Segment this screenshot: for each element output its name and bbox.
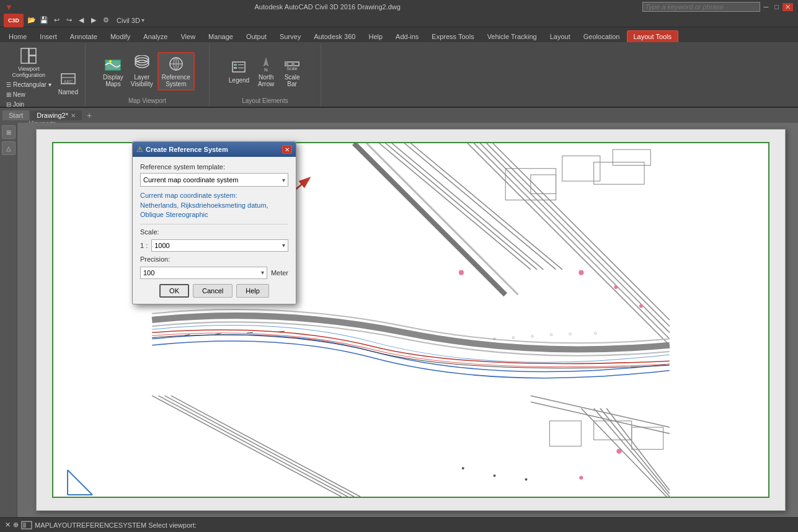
precision-select[interactable]: 100 ▾: [140, 267, 267, 279]
reference-system-btn[interactable]: ReferenceSystem: [157, 52, 195, 91]
tab-drawing2-label: Drawing2*: [37, 112, 68, 119]
svg-rect-2: [29, 56, 36, 63]
svg-rect-77: [23, 523, 26, 528]
ok-button[interactable]: OK: [159, 284, 189, 298]
tab-home[interactable]: Home: [2, 31, 33, 42]
tab-drawing2[interactable]: Drawing2* ✕: [30, 110, 82, 120]
tab-drawing2-close[interactable]: ✕: [71, 112, 76, 119]
legend-icon: [230, 58, 247, 76]
status-bar: ✕ ⊕ MAPLAYOUTREFERENCESYSTEM Select view…: [0, 517, 798, 532]
redo-btn[interactable]: ↪: [63, 15, 74, 26]
tab-vehicle[interactable]: Vehicle Tracking: [481, 31, 543, 42]
dialog-buttons: OK Cancel Help: [140, 284, 288, 298]
back-btn[interactable]: ◀: [76, 15, 87, 26]
north-arrow-btn[interactable]: N NorthArrow: [254, 53, 278, 89]
legend-label: Legend: [229, 77, 249, 84]
ribbon-group-map-viewport: DisplayMaps LayerVisibility: [86, 43, 210, 107]
status-x-btn[interactable]: ✕: [5, 521, 11, 529]
viewport-config-label: ViewportConfiguration: [12, 66, 46, 78]
svg-rect-0: [21, 48, 29, 63]
close-btn[interactable]: ✕: [782, 3, 793, 11]
tab-express[interactable]: Express Tools: [425, 31, 480, 42]
sidebar-triangle-btn[interactable]: △: [2, 141, 16, 155]
civil3d-label: Civil 3D: [117, 17, 140, 24]
svg-rect-1: [29, 48, 36, 55]
document-tabs: Start Drawing2* ✕ +: [0, 108, 798, 123]
undo-btn[interactable]: ↩: [51, 15, 62, 26]
status-pick-icon[interactable]: ⊕: [13, 521, 19, 529]
svg-rect-18: [234, 67, 237, 69]
named-btn[interactable]: ABC Named: [55, 66, 81, 100]
settings-icon[interactable]: ⚙: [100, 15, 112, 26]
tab-addins[interactable]: Add-ins: [389, 31, 425, 42]
minimize-btn[interactable]: ─: [761, 3, 771, 11]
tab-geolocation[interactable]: Geolocation: [577, 31, 626, 42]
display-maps-btn[interactable]: DisplayMaps: [100, 53, 126, 89]
viewport-config-btn[interactable]: ViewportConfiguration: [4, 46, 54, 79]
precision-input-row: 100 ▾ Meter: [140, 267, 288, 279]
tab-view[interactable]: View: [174, 31, 202, 42]
north-arrow-label: NorthArrow: [258, 74, 274, 87]
svg-text:ABC: ABC: [64, 79, 73, 84]
join-label: ⊟ Join: [6, 101, 24, 108]
layout-elements-group-label: Layout Elements: [242, 97, 288, 105]
app-menu-icon[interactable]: ▼: [5, 2, 13, 12]
tab-manage[interactable]: Manage: [202, 31, 239, 42]
tab-annotate[interactable]: Annotate: [64, 31, 104, 42]
reference-system-icon: [167, 55, 185, 73]
tab-survey[interactable]: Survey: [273, 31, 307, 42]
tab-layout-tools[interactable]: Layout Tools: [627, 30, 679, 42]
svg-text:Scale: Scale: [286, 66, 298, 71]
tab-output[interactable]: Output: [240, 31, 273, 42]
quick-access-toolbar: C3D 📂 💾 ↩ ↪ ◀ ▶ ⚙ Civil 3D ▾: [0, 14, 798, 27]
join-btn[interactable]: ⊟ Join: [4, 100, 54, 109]
maximize-btn[interactable]: □: [772, 3, 781, 11]
display-maps-icon: [104, 55, 122, 73]
map-viewport-group-label: Map Viewport: [128, 97, 166, 105]
new-viewport-btn[interactable]: ⊞ New: [4, 90, 54, 99]
sidebar-grid-btn[interactable]: ⊞: [2, 125, 16, 139]
tab-layout[interactable]: Layout: [544, 31, 577, 42]
dialog-title-bar[interactable]: ⚠ Create Reference System ✕: [133, 142, 296, 157]
north-arrow-icon: N: [257, 55, 275, 73]
scale-prefix: 1 :: [140, 242, 148, 249]
dropdown-arrow-qa[interactable]: ▾: [141, 17, 144, 24]
tab-help[interactable]: Help: [362, 31, 389, 42]
template-dropdown-value: Current map coordinate system: [143, 176, 238, 184]
tab-modify[interactable]: Modify: [104, 31, 136, 42]
coord-label: Current map coordinate system:: [140, 192, 288, 199]
display-maps-label: DisplayMaps: [103, 74, 123, 87]
dropdown-arrow-icon: ▾: [282, 177, 285, 184]
rectangular-btn[interactable]: ☰ Rectangular ▾: [4, 80, 54, 89]
help-button[interactable]: Help: [236, 284, 269, 298]
open-btn[interactable]: 📂: [26, 15, 37, 26]
app-icon[interactable]: C3D: [4, 14, 24, 27]
dialog-close-btn[interactable]: ✕: [282, 145, 292, 154]
scale-select[interactable]: 1000 ▾: [151, 239, 288, 252]
scale-input-row: 1 : 1000 ▾: [140, 239, 288, 252]
layer-visibility-btn[interactable]: LayerVisibility: [128, 53, 156, 89]
dialog-body: Reference system template: Current map c…: [133, 157, 296, 304]
cancel-button[interactable]: Cancel: [193, 284, 233, 298]
tab-autodesk360[interactable]: Autodesk 360: [308, 31, 361, 42]
save-btn[interactable]: 💾: [38, 15, 50, 26]
svg-rect-16: [234, 64, 237, 66]
search-input[interactable]: [642, 2, 760, 12]
viewport-config-icon: [20, 47, 37, 64]
tab-analyze[interactable]: Analyze: [137, 31, 174, 42]
template-dropdown[interactable]: Current map coordinate system ▾: [140, 173, 288, 187]
tab-start[interactable]: Start: [2, 110, 29, 120]
legend-btn[interactable]: Legend: [226, 54, 252, 88]
scale-bar-icon: Scale: [283, 55, 301, 73]
precision-label-row: Precision:: [140, 255, 288, 263]
svg-point-7: [109, 60, 112, 63]
tab-insert[interactable]: Insert: [33, 31, 63, 42]
scale-value: 1000: [154, 242, 169, 249]
forward-btn[interactable]: ▶: [88, 15, 99, 26]
drawing-area: ○ ○ ○ ○ ○ ○: [17, 123, 798, 517]
scale-bar-btn[interactable]: Scale ScaleBar: [280, 53, 304, 89]
named-icon: ABC: [60, 70, 77, 87]
svg-marker-21: [264, 58, 268, 66]
ribbon-content: ViewportConfiguration ☰ Rectangular ▾ ⊞ …: [0, 42, 798, 108]
new-tab-btn[interactable]: +: [83, 109, 95, 122]
